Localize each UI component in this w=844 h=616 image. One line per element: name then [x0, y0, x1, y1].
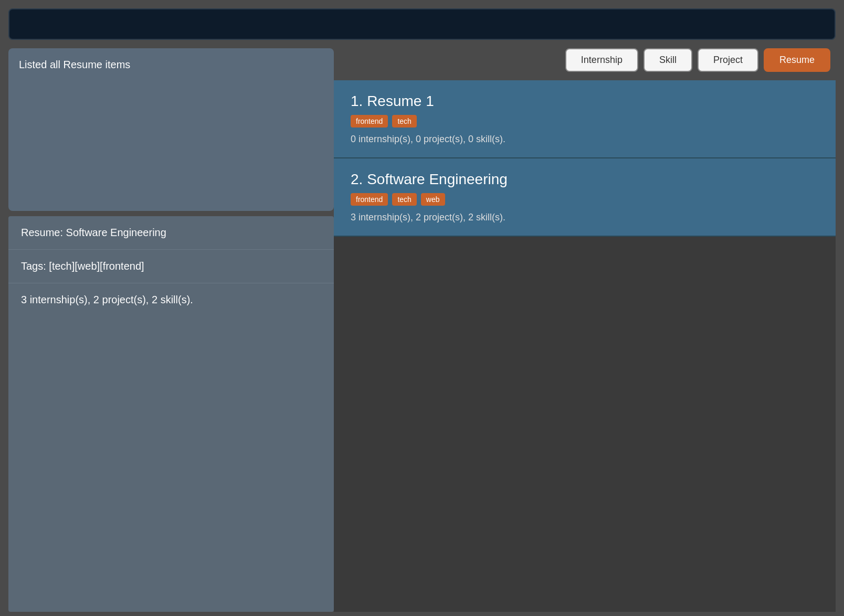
tab-internship[interactable]: Internship [565, 48, 638, 72]
tag-frontend: frontend [351, 115, 388, 128]
left-panel: Listed all Resume items Resume: Software… [8, 48, 334, 612]
tab-project[interactable]: Project [698, 48, 758, 72]
resume-item-1-name: Resume 1 [367, 93, 434, 109]
resume-item-2-number: 2. [351, 171, 363, 187]
tab-skill[interactable]: Skill [643, 48, 692, 72]
resume-item-2-tags: frontend tech web [351, 193, 819, 206]
top-card-label: Listed all Resume items [19, 59, 130, 70]
stats-section: 3 internship(s), 2 project(s), 2 skill(s… [8, 283, 334, 612]
stats-label: 3 internship(s), 2 project(s), 2 skill(s… [21, 294, 193, 305]
left-top-card: Listed all Resume items [8, 48, 334, 211]
top-bar [8, 8, 836, 40]
resume-item-2[interactable]: 2. Software Engineering frontend tech we… [334, 158, 836, 237]
tags-label: Tags: [tech][web][frontend] [21, 260, 144, 272]
resume-item-2-stats: 3 internship(s), 2 project(s), 2 skill(s… [351, 212, 819, 223]
tab-resume[interactable]: Resume [764, 48, 830, 72]
resume-item-1[interactable]: 1. Resume 1 frontend tech 0 internship(s… [334, 80, 836, 158]
resume-item-2-title: 2. Software Engineering [351, 171, 819, 188]
tag-frontend-2: frontend [351, 193, 388, 206]
tag-tech-2: tech [392, 193, 416, 206]
resume-item-1-tags: frontend tech [351, 115, 819, 128]
resume-name-label: Resume: Software Engineering [21, 227, 166, 238]
right-panel: Internship Skill Project Resume 1. Resum… [334, 48, 836, 612]
tag-web: web [421, 193, 445, 206]
left-bottom-card: Resume: Software Engineering Tags: [tech… [8, 216, 334, 612]
resume-name-section: Resume: Software Engineering [8, 216, 334, 250]
resume-item-1-number: 1. [351, 93, 363, 109]
resume-item-2-name: Software Engineering [367, 171, 508, 187]
tag-tech: tech [392, 115, 416, 128]
resume-item-1-title: 1. Resume 1 [351, 93, 819, 110]
resume-item-1-stats: 0 internship(s), 0 project(s), 0 skill(s… [351, 134, 819, 145]
resume-list-empty-area [334, 237, 836, 612]
tags-section: Tags: [tech][web][frontend] [8, 250, 334, 283]
resume-list: 1. Resume 1 frontend tech 0 internship(s… [334, 80, 836, 612]
tab-bar: Internship Skill Project Resume [334, 48, 836, 80]
